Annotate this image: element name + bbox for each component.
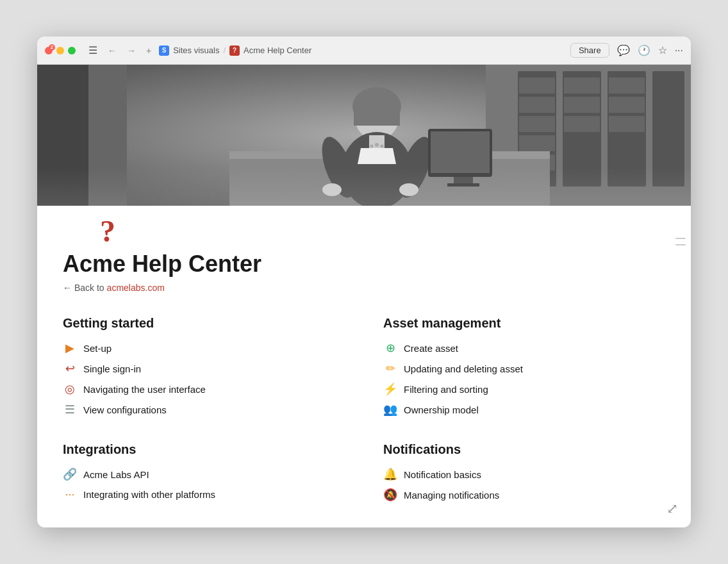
scrollbar-line-1	[675, 238, 686, 239]
svg-marker-24	[358, 148, 396, 164]
svg-rect-8	[519, 116, 555, 132]
page-content: ? Acme Help Center ← Back to acmelabs.co…	[37, 206, 691, 527]
link-text: Set-up	[83, 343, 112, 354]
svg-point-35	[375, 143, 379, 147]
page-title: Acme Help Center	[63, 251, 665, 278]
close-button[interactable]: 2	[45, 47, 53, 54]
link-icon: 🔕	[383, 488, 397, 502]
list-item[interactable]: 🔗Acme Labs API	[63, 467, 345, 481]
link-icon: 🔗	[63, 467, 77, 481]
hero-overlay	[37, 167, 691, 206]
svg-rect-9	[519, 135, 555, 151]
svg-rect-14	[609, 78, 645, 94]
traffic-lights: 2	[45, 47, 76, 54]
back-button[interactable]: ←	[105, 44, 119, 57]
svg-point-36	[370, 145, 374, 148]
list-item[interactable]: ⚡Filtering and sorting	[383, 382, 665, 396]
breadcrumb-sites[interactable]: Sites visuals	[173, 46, 219, 55]
share-button[interactable]: Share	[570, 43, 609, 58]
section-notifications: Notifications🔔Notification basics🔕Managi…	[383, 442, 665, 502]
svg-rect-12	[564, 97, 600, 113]
page-icon: ?	[88, 212, 127, 251]
section-title-asset-management: Asset management	[383, 316, 665, 331]
list-item[interactable]: ▶Set-up	[63, 341, 345, 355]
chat-button[interactable]: 💬	[617, 44, 630, 56]
link-icon: 🔔	[383, 467, 397, 481]
notification-badge: 2	[49, 44, 55, 51]
section-title-getting-started: Getting started	[63, 316, 345, 331]
list-item[interactable]: 🔕Managing notifications	[383, 488, 665, 502]
list-item[interactable]: ☰View configurations	[63, 402, 345, 417]
move-cursor-icon[interactable]: ⤢	[666, 501, 678, 517]
svg-point-37	[381, 145, 384, 148]
link-icon: ▶	[63, 341, 77, 355]
browser-window: 2 ☰ ← → + S Sites visuals / ? Acme Help …	[37, 37, 691, 527]
section-asset-management: Asset management⊕Create asset✏Updating a…	[383, 316, 665, 417]
list-item[interactable]: ↩Single sign-in	[63, 361, 345, 376]
link-text: Integrating with other platforms	[83, 489, 215, 500]
svg-rect-13	[564, 116, 600, 132]
link-text: Managing notifications	[404, 490, 499, 501]
section-getting-started: Getting started▶Set-up↩Single sign-in◎Na…	[63, 316, 345, 417]
breadcrumb-current: Acme Help Center	[244, 46, 311, 55]
svg-rect-15	[609, 97, 645, 113]
scrollbar-line-2	[675, 244, 686, 245]
list-item[interactable]: ✏Updating and deleting asset	[383, 361, 665, 376]
link-icon: ⚡	[383, 382, 397, 396]
section-links-notifications: 🔔Notification basics🔕Managing notificati…	[383, 467, 665, 502]
link-icon: ☰	[63, 402, 77, 417]
forward-button[interactable]: →	[124, 44, 138, 57]
list-item[interactable]: ◎Navigating the user interface	[63, 382, 345, 396]
section-links-asset-management: ⊕Create asset✏Updating and deleting asse…	[383, 341, 665, 417]
svg-rect-6	[519, 78, 555, 94]
question-mark-icon: ?	[100, 216, 115, 247]
link-text: Filtering and sorting	[404, 384, 488, 395]
link-icon: ⊕	[383, 341, 397, 355]
section-integrations: Integrations🔗Acme Labs API···Integrating…	[63, 442, 345, 502]
section-links-getting-started: ▶Set-up↩Single sign-in◎Navigating the us…	[63, 341, 345, 417]
list-item[interactable]: ···Integrating with other platforms	[63, 488, 345, 501]
hero-image	[37, 65, 691, 206]
link-icon: 👥	[383, 402, 397, 417]
maximize-button[interactable]	[68, 47, 76, 54]
svg-rect-16	[609, 116, 645, 132]
link-icon: ↩	[63, 361, 77, 376]
add-tab-button[interactable]: +	[144, 44, 154, 57]
link-text: Acme Labs API	[83, 469, 149, 480]
link-text: Create asset	[404, 343, 458, 354]
scrollbar-indicators	[675, 238, 686, 245]
link-text: View configurations	[83, 404, 167, 415]
section-links-integrations: 🔗Acme Labs API···Integrating with other …	[63, 467, 345, 501]
back-arrow-text: ← Back to	[63, 283, 104, 293]
svg-rect-11	[564, 78, 600, 94]
section-title-integrations: Integrations	[63, 442, 345, 457]
sections-grid: Getting started▶Set-up↩Single sign-in◎Na…	[63, 316, 665, 502]
svg-rect-7	[519, 97, 555, 113]
breadcrumb-separator: /	[223, 46, 226, 55]
titlebar-actions: Share 💬 🕐 ☆ ···	[570, 43, 683, 58]
list-item[interactable]: 👥Ownership model	[383, 402, 665, 417]
svg-rect-21	[354, 106, 400, 126]
back-link-area: ← Back to acmelabs.com	[63, 283, 665, 293]
back-link[interactable]: acmelabs.com	[107, 283, 165, 293]
sites-favicon: S	[159, 46, 169, 56]
minimize-button[interactable]	[56, 47, 64, 54]
link-text: Navigating the user interface	[83, 384, 206, 395]
link-icon: ···	[63, 488, 77, 501]
titlebar: 2 ☰ ← → + S Sites visuals / ? Acme Help …	[37, 37, 691, 65]
link-icon: ✏	[383, 361, 397, 376]
history-button[interactable]: 🕐	[638, 44, 650, 56]
breadcrumb: S Sites visuals / ? Acme Help Center	[159, 46, 565, 56]
link-text: Updating and deleting asset	[404, 363, 523, 374]
link-text: Notification basics	[404, 469, 481, 480]
list-item[interactable]: 🔔Notification basics	[383, 467, 665, 481]
link-text: Single sign-in	[83, 363, 141, 374]
section-title-notifications: Notifications	[383, 442, 665, 457]
list-item[interactable]: ⊕Create asset	[383, 341, 665, 355]
page-favicon: ?	[229, 46, 240, 56]
favorite-button[interactable]: ☆	[658, 44, 667, 56]
link-text: Ownership model	[404, 404, 479, 415]
sidebar-toggle-button[interactable]: ☰	[86, 43, 100, 58]
link-icon: ◎	[63, 382, 77, 396]
more-button[interactable]: ···	[675, 45, 683, 56]
